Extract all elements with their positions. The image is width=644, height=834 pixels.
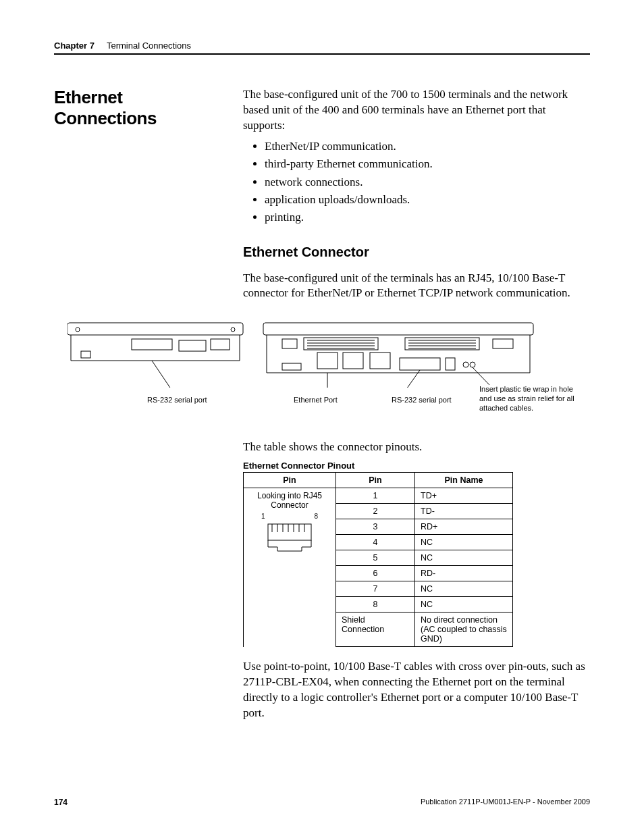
svg-rect-1 <box>81 351 90 358</box>
pin-name: NC <box>415 550 513 566</box>
rj45-pin-1-label: 1 <box>261 513 265 520</box>
sub-paragraph: The base-configured unit of the terminal… <box>243 271 590 302</box>
publication-id: Publication 2711P-UM001J-EN-P - November… <box>421 798 590 807</box>
bullet-item: application uploads/downloads. <box>265 191 590 209</box>
pin-name: TD- <box>415 504 513 519</box>
diagram-label-rs232-left: RS-232 serial port <box>147 396 207 404</box>
svg-rect-19 <box>282 339 297 348</box>
svg-rect-21 <box>317 353 338 369</box>
table-caption: Ethernet Connector Pinout <box>243 461 590 471</box>
pin-num: 8 <box>336 597 415 613</box>
col-header: Pin <box>336 473 415 488</box>
table-intro: The table shows the connector pinouts. <box>243 440 590 454</box>
page: Chapter 7 Terminal Connections Ethernet … <box>0 0 644 834</box>
chapter-title: Terminal Connections <box>107 41 191 51</box>
svg-rect-28 <box>493 339 513 348</box>
pin-name: RD+ <box>415 519 513 535</box>
pin-name: NC <box>415 597 513 613</box>
svg-rect-23 <box>370 353 390 369</box>
pinout-table: Pin Pin Pin Name Looking into RJ45 Conne… <box>243 472 513 647</box>
connector-diagram: RS-232 serial port Ethernet Port RS-232 … <box>68 320 590 421</box>
pin-num: 6 <box>336 566 415 581</box>
svg-line-31 <box>473 367 489 385</box>
closing-paragraph: Use point-to-point, 10/100 Base-T cables… <box>243 659 590 721</box>
bullet-item: printing. <box>265 209 590 226</box>
svg-rect-8 <box>263 323 533 335</box>
diagram-label-rs232-right: RS-232 serial port <box>392 396 452 404</box>
svg-line-7 <box>152 361 176 388</box>
svg-rect-2 <box>132 339 172 350</box>
bullet-item: network connections. <box>265 174 590 191</box>
content-row: Ethernet Connections The base-configured… <box>54 87 590 305</box>
bullet-item: third-party Ethernet communication. <box>265 155 590 173</box>
svg-rect-20 <box>282 363 301 370</box>
svg-rect-9 <box>304 338 378 350</box>
page-number: 174 <box>54 798 68 807</box>
svg-rect-3 <box>179 340 206 351</box>
pin-num: 7 <box>336 581 415 597</box>
pin-num: Shield Connection <box>336 613 415 647</box>
rj45-icon <box>263 523 317 554</box>
diagram-label-ethernet: Ethernet Port <box>294 396 338 404</box>
chapter-label: Chapter 7 <box>54 41 95 51</box>
rj45-label: Looking into RJ45 Connector <box>249 491 330 510</box>
pin-num: 5 <box>336 550 415 566</box>
body-column: The base-configured unit of the 700 to 1… <box>243 87 590 305</box>
diagram-svg <box>68 320 581 388</box>
svg-point-5 <box>76 328 80 332</box>
table-header-row: Pin Pin Pin Name <box>244 473 513 488</box>
lower-body: The table shows the connector pinouts. E… <box>243 440 590 721</box>
rj45-diagram-cell: Looking into RJ45 Connector 1 8 <box>244 488 336 647</box>
pin-name: RD- <box>415 566 513 581</box>
col-header: Pin Name <box>415 473 513 488</box>
pin-num: 3 <box>336 519 415 535</box>
pin-num: 1 <box>336 488 415 504</box>
svg-rect-24 <box>400 358 440 370</box>
col-header: Pin <box>244 473 336 488</box>
section-title: Ethernet Connections <box>54 87 216 129</box>
table-row: Looking into RJ45 Connector 1 8 <box>244 488 513 504</box>
pin-name: NC <box>415 581 513 597</box>
page-footer: 174 Publication 2711P-UM001J-EN-P - Nove… <box>54 798 590 807</box>
svg-rect-25 <box>446 358 455 370</box>
bullet-list: EtherNet/IP communication. third-party E… <box>243 138 590 227</box>
svg-rect-4 <box>211 339 230 350</box>
pin-name: TD+ <box>415 488 513 504</box>
svg-rect-22 <box>343 353 363 369</box>
rj45-pin-8-label: 8 <box>314 513 318 520</box>
svg-rect-14 <box>405 338 479 350</box>
subheading: Ethernet Connector <box>243 243 590 261</box>
pin-num: 2 <box>336 504 415 519</box>
pin-name: NC <box>415 535 513 550</box>
intro-paragraph: The base-configured unit of the 700 to 1… <box>243 87 590 134</box>
svg-point-27 <box>470 362 475 367</box>
diagram-label-tie-wrap: Insert plastic tie wrap in hole and use … <box>479 385 581 413</box>
pin-name: No direct connection (AC coupled to chas… <box>415 613 513 647</box>
svg-point-26 <box>463 362 468 367</box>
svg-point-6 <box>231 328 235 332</box>
svg-rect-0 <box>68 323 243 335</box>
page-header: Chapter 7 Terminal Connections <box>54 41 590 55</box>
bullet-item: EtherNet/IP communication. <box>265 138 590 155</box>
pin-num: 4 <box>336 535 415 550</box>
